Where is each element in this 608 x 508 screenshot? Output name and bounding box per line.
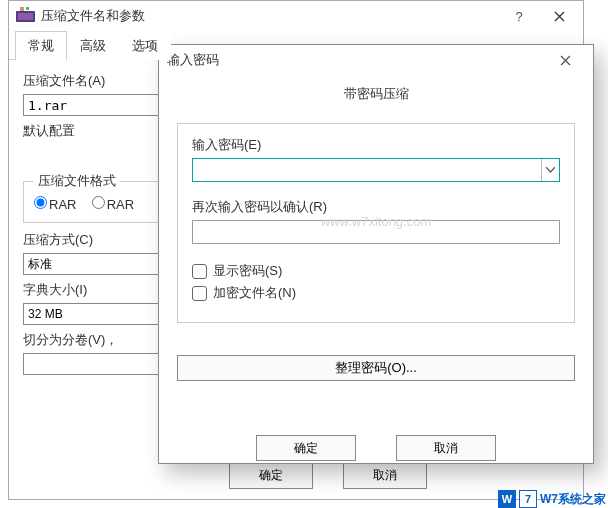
encrypt-names-label: 加密文件名(N) — [213, 284, 296, 302]
show-password-checkbox[interactable] — [192, 264, 207, 279]
password-group: www.w7xitong.com 输入密码(E) 再次输入密码以确认(R) 显示… — [177, 123, 575, 323]
main-window-title: 压缩文件名和参数 — [37, 7, 499, 25]
svg-rect-2 — [20, 7, 24, 11]
modal-heading: 带密码压缩 — [177, 85, 575, 103]
enter-password-label: 输入密码(E) — [192, 136, 560, 154]
help-button[interactable]: ? — [499, 4, 539, 28]
chevron-down-icon[interactable] — [541, 159, 559, 181]
logo-text: W7系统之家 — [540, 491, 606, 508]
format-rar[interactable]: RAR — [34, 196, 76, 212]
modal-footer: 确定 取消 — [159, 429, 593, 471]
format-rar4[interactable]: RAR — [92, 196, 134, 212]
close-button[interactable] — [539, 4, 579, 28]
brand-logo: W 7 W7系统之家 — [498, 490, 606, 508]
tab-general[interactable]: 常规 — [15, 31, 67, 61]
app-icon — [13, 4, 37, 28]
encrypt-names-checkbox[interactable] — [192, 286, 207, 301]
modal-title: 输入密码 — [167, 51, 545, 69]
logo-w: W — [498, 490, 516, 508]
modal-ok-button[interactable]: 确定 — [256, 435, 356, 461]
show-password-label: 显示密码(S) — [213, 262, 282, 280]
password-dialog: 输入密码 带密码压缩 www.w7xitong.com 输入密码(E) 再次输入… — [158, 44, 594, 464]
manage-passwords-button[interactable]: 整理密码(O)... — [177, 355, 575, 381]
password-input[interactable] — [192, 158, 560, 182]
modal-titlebar: 输入密码 — [159, 45, 593, 75]
confirm-password-input[interactable] — [192, 220, 560, 244]
reenter-password-label: 再次输入密码以确认(R) — [192, 198, 560, 216]
tab-options[interactable]: 选项 — [119, 31, 171, 60]
tab-advanced[interactable]: 高级 — [67, 31, 119, 60]
main-titlebar: 压缩文件名和参数 ? — [9, 1, 583, 31]
svg-rect-3 — [26, 7, 29, 10]
logo-7: 7 — [519, 490, 537, 508]
modal-cancel-button[interactable]: 取消 — [396, 435, 496, 461]
format-label: 压缩文件格式 — [34, 172, 120, 190]
modal-close-button[interactable] — [545, 50, 585, 70]
svg-rect-1 — [18, 13, 33, 20]
